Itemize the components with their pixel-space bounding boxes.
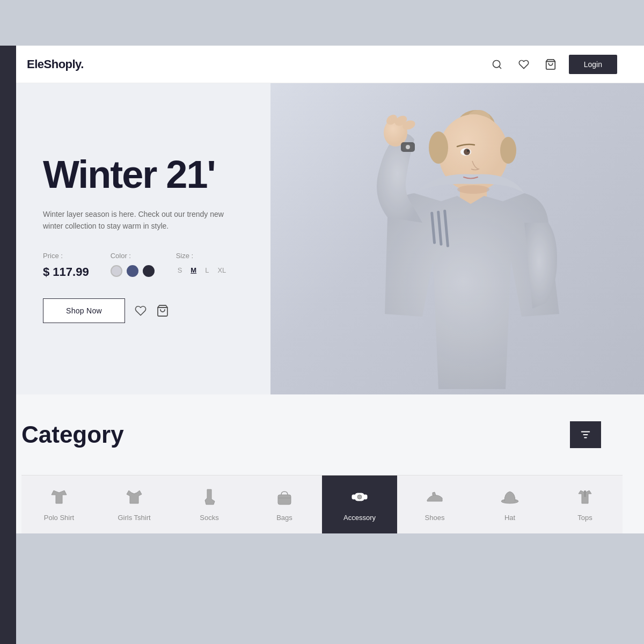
- hat-label: Hat: [504, 514, 515, 522]
- hero-actions: Shop Now: [43, 298, 228, 323]
- tab-bags[interactable]: Bags: [247, 475, 322, 533]
- color-label: Color :: [111, 252, 155, 260]
- girls-tshirt-icon: [125, 487, 144, 509]
- hero-section: Winter 21' Winter layer season is here. …: [0, 83, 644, 394]
- svg-point-32: [357, 495, 362, 499]
- tops-label: Tops: [577, 514, 592, 522]
- cart-icon: [545, 58, 557, 70]
- tops-icon: [575, 487, 595, 509]
- color-group: Color :: [111, 252, 155, 277]
- shop-now-button[interactable]: Shop Now: [43, 298, 125, 323]
- hat-icon: [500, 487, 519, 509]
- size-options: S M L XL: [176, 265, 228, 275]
- tab-accessory[interactable]: Accessory: [322, 475, 397, 533]
- tab-tops[interactable]: Tops: [547, 475, 623, 533]
- color-swatches: [111, 265, 155, 277]
- tab-hat[interactable]: Hat: [472, 475, 547, 533]
- left-sidebar-strip: [0, 46, 16, 644]
- bags-icon: [275, 487, 294, 509]
- person-illustration: [345, 89, 570, 389]
- hero-heart-icon: [135, 305, 147, 317]
- hero-wishlist-button[interactable]: [135, 305, 147, 317]
- shoes-label: Shoes: [425, 514, 445, 522]
- size-label: Size :: [176, 252, 228, 260]
- hero-title: Winter 21': [43, 155, 228, 195]
- hero-subtitle: Winter layer season is here. Check out o…: [43, 208, 225, 232]
- navbar: EleShoply. Login: [0, 46, 644, 83]
- svg-point-8: [500, 137, 516, 164]
- hero-content: Winter 21' Winter layer season is here. …: [0, 122, 260, 355]
- product-options: Price : $ 117.99 Color : Size : S M: [43, 252, 228, 279]
- search-icon: [492, 59, 502, 70]
- size-btn-xl[interactable]: XL: [216, 265, 228, 275]
- tab-socks[interactable]: Socks: [172, 475, 247, 533]
- tab-girls-tshirt[interactable]: Girls Tshirt: [97, 475, 172, 533]
- size-btn-l[interactable]: L: [203, 265, 210, 275]
- svg-point-19: [406, 145, 410, 149]
- size-btn-m[interactable]: M: [189, 265, 198, 275]
- svg-rect-34: [584, 491, 586, 497]
- filter-button[interactable]: [570, 421, 601, 448]
- hero-image-bg: [270, 83, 644, 394]
- category-tabs: Polo Shirt Girls Tshirt Socks: [21, 475, 623, 533]
- category-title: Category: [21, 421, 124, 448]
- filter-icon: [580, 429, 591, 441]
- wishlist-button[interactable]: [515, 56, 532, 73]
- cart-button[interactable]: [542, 56, 559, 73]
- brand-logo: EleShoply.: [27, 57, 84, 71]
- price-label: Price :: [43, 252, 89, 260]
- svg-point-22: [467, 150, 469, 152]
- svg-rect-27: [278, 495, 291, 504]
- main-container: EleShoply. Login Winter 21': [0, 46, 644, 533]
- svg-point-21: [464, 149, 470, 155]
- girls-tshirt-label: Girls Tshirt: [118, 514, 150, 522]
- tab-shoes[interactable]: Shoes: [397, 475, 472, 533]
- nav-icons-group: Login: [488, 55, 617, 74]
- category-section: Category Polo Shirt: [0, 394, 644, 533]
- shoes-icon: [425, 487, 444, 509]
- socks-icon: [200, 487, 219, 509]
- socks-label: Socks: [200, 514, 218, 522]
- tab-polo-shirt[interactable]: Polo Shirt: [21, 475, 97, 533]
- price-value: $ 117.99: [43, 265, 89, 279]
- hero-image: [270, 83, 644, 394]
- hero-cart-button[interactable]: [156, 304, 169, 317]
- svg-point-23: [457, 185, 489, 194]
- svg-point-7: [429, 131, 448, 164]
- price-group: Price : $ 117.99: [43, 252, 89, 279]
- accessory-label: Accessory: [343, 514, 376, 522]
- color-swatch-light[interactable]: [111, 265, 122, 277]
- color-swatch-dark[interactable]: [143, 265, 155, 277]
- size-group: Size : S M L XL: [176, 252, 228, 275]
- category-header: Category: [21, 421, 623, 470]
- search-button[interactable]: [488, 56, 506, 73]
- svg-line-1: [499, 66, 501, 68]
- hero-cart-icon: [156, 304, 169, 317]
- bags-label: Bags: [276, 514, 292, 522]
- top-bar: [0, 0, 644, 46]
- polo-shirt-label: Polo Shirt: [44, 514, 74, 522]
- color-swatch-mid[interactable]: [127, 265, 138, 277]
- polo-shirt-icon: [49, 487, 69, 509]
- heart-icon: [518, 59, 529, 70]
- size-btn-s[interactable]: S: [176, 265, 184, 275]
- accessory-icon: [350, 487, 369, 509]
- login-button[interactable]: Login: [569, 55, 617, 74]
